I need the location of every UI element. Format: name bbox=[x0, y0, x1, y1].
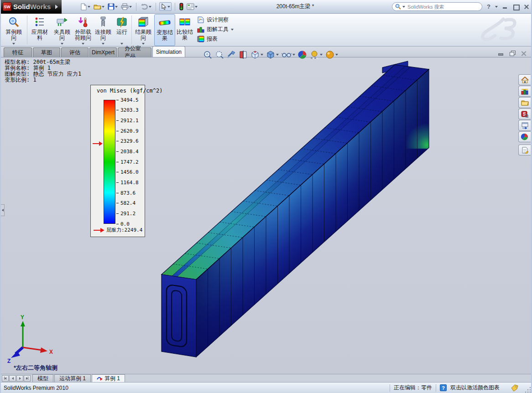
view-palette-button[interactable] bbox=[518, 120, 531, 131]
window-minimize-button[interactable] bbox=[502, 4, 508, 9]
print-button[interactable] bbox=[120, 2, 133, 11]
graphics-viewport[interactable]: 模型名称: 200t-65m主梁 算例名称: 算例 1 图解类型: 静态 节应力… bbox=[1, 57, 532, 374]
view-palette-icon bbox=[521, 122, 529, 129]
appearances-button[interactable] bbox=[518, 131, 531, 142]
menu-expand-arrow-icon[interactable] bbox=[55, 5, 58, 9]
edit-appearance-button[interactable] bbox=[298, 50, 307, 59]
tab-motion-study-1[interactable]: 运动算例 1 bbox=[54, 374, 91, 382]
legend-tick: 2038.4 bbox=[116, 149, 139, 154]
undo-button[interactable] bbox=[140, 2, 152, 11]
apply-scene-icon bbox=[310, 50, 319, 59]
svg-text:S: S bbox=[523, 112, 526, 117]
compare-results-button[interactable]: 比较结果 bbox=[175, 14, 194, 46]
document-window-controls bbox=[498, 51, 527, 56]
tab-scroll-first-button[interactable] bbox=[2, 375, 9, 382]
view-settings-icon bbox=[325, 50, 334, 59]
study-tab-icon bbox=[97, 376, 103, 381]
tab-simulation[interactable]: Simulation bbox=[152, 46, 185, 57]
select-cursor-icon bbox=[161, 3, 167, 10]
save-button[interactable] bbox=[107, 2, 119, 11]
run-button[interactable]: 运行 bbox=[113, 14, 131, 46]
view-orientation-icon bbox=[250, 50, 260, 59]
doc-minimize-button[interactable] bbox=[498, 51, 504, 56]
plot-tools-button[interactable]: 图解工具 bbox=[197, 26, 234, 33]
doc-restore-button[interactable] bbox=[509, 51, 515, 56]
toolbox-button[interactable]: S bbox=[518, 109, 531, 119]
view-orientation-button[interactable] bbox=[250, 50, 263, 59]
tab-evaluate[interactable]: 评估 bbox=[61, 47, 89, 57]
tab-features[interactable]: 特征 bbox=[4, 47, 32, 57]
resize-grip[interactable] bbox=[525, 386, 532, 393]
search-box[interactable] bbox=[392, 2, 482, 11]
resources-home-button[interactable] bbox=[518, 74, 531, 85]
design-insight-button[interactable]: 设计洞察 bbox=[197, 16, 234, 24]
section-view-button[interactable] bbox=[239, 50, 248, 59]
tab-office-products[interactable]: 办公室产品 bbox=[118, 47, 151, 57]
run-icon bbox=[116, 16, 127, 29]
zoom-fit-button[interactable] bbox=[203, 50, 212, 59]
rebuild-stoplight-button[interactable] bbox=[178, 2, 184, 11]
results-advisor-button[interactable]: 结果顾问 bbox=[132, 14, 154, 46]
panel-collapse-button[interactable] bbox=[1, 204, 5, 216]
help-dropdown-icon[interactable] bbox=[495, 6, 498, 8]
deformed-result-button[interactable]: 变形结果 bbox=[154, 14, 175, 46]
legend-tick: 291.2 bbox=[116, 211, 136, 216]
design-insight-icon bbox=[197, 16, 204, 23]
tag-icon[interactable] bbox=[511, 384, 519, 392]
connections-advisor-button[interactable]: 连接顾问 bbox=[94, 14, 113, 46]
zoom-fit-icon bbox=[203, 50, 212, 59]
study-advisor-button[interactable]: 算例顾问 bbox=[1, 14, 26, 46]
beam-model[interactable] bbox=[1, 57, 532, 374]
search-input[interactable] bbox=[407, 4, 479, 10]
legend-tick: 2329.6 bbox=[116, 139, 139, 144]
tab-scroll-left-button[interactable] bbox=[9, 375, 16, 382]
file-explorer-button[interactable] bbox=[518, 97, 531, 108]
model-tabs-bar: 模型 运动算例 1 算例 1 bbox=[1, 374, 532, 382]
tab-sketch[interactable]: 草图 bbox=[33, 47, 60, 57]
study-advisor-icon bbox=[8, 16, 20, 29]
titlebar: SW SolidWorks bbox=[1, 0, 532, 14]
new-document-button[interactable] bbox=[79, 2, 91, 11]
apply-material-icon bbox=[34, 16, 45, 29]
design-checker-icon bbox=[187, 3, 194, 10]
command-manager-ribbon: 算例顾问 应用材料 夹具顾问 外部载荷顾问 连接顾问 bbox=[1, 14, 532, 47]
report-button[interactable]: 报表 bbox=[197, 35, 234, 43]
design-library-button[interactable] bbox=[518, 86, 531, 97]
display-style-button[interactable] bbox=[266, 50, 279, 59]
plot-tools-icon bbox=[197, 26, 204, 33]
design-checker-button[interactable] bbox=[186, 2, 198, 11]
tab-study-1[interactable]: 算例 1 bbox=[92, 374, 125, 382]
glasses-icon bbox=[282, 50, 292, 59]
tab-model[interactable]: 模型 bbox=[32, 374, 53, 382]
quick-tips-icon[interactable]: ? bbox=[440, 384, 447, 391]
fixtures-advisor-button[interactable]: 夹具顾问 bbox=[52, 14, 73, 46]
doc-close-button[interactable] bbox=[521, 51, 527, 56]
search-scope-dropdown-icon[interactable] bbox=[402, 6, 405, 8]
view-settings-button[interactable] bbox=[325, 50, 338, 59]
fixtures-advisor-icon bbox=[56, 16, 68, 29]
connections-advisor-icon bbox=[98, 16, 109, 29]
triad-x-label: X bbox=[49, 349, 53, 355]
custom-properties-button[interactable] bbox=[518, 145, 531, 155]
zoom-area-button[interactable] bbox=[215, 50, 224, 59]
tab-scroll-right-button[interactable] bbox=[16, 375, 23, 382]
open-button[interactable] bbox=[93, 2, 105, 11]
window-close-button[interactable] bbox=[523, 4, 529, 9]
apply-scene-button[interactable] bbox=[310, 50, 323, 59]
hide-show-items-button[interactable] bbox=[282, 50, 295, 59]
previous-view-button[interactable] bbox=[227, 50, 236, 59]
yield-arrow-icon bbox=[94, 228, 104, 233]
tab-dimxpert[interactable]: DimXpert bbox=[89, 47, 117, 57]
apply-material-button[interactable]: 应用材料 bbox=[28, 14, 52, 46]
legend-tick: 1747.2 bbox=[116, 159, 139, 165]
tab-scroll-last-button[interactable] bbox=[24, 375, 31, 382]
select-tool-button[interactable] bbox=[159, 2, 172, 11]
external-loads-advisor-button[interactable]: 外部载荷顾问 bbox=[73, 14, 94, 46]
sw-cube-icon: SW bbox=[3, 2, 11, 11]
yield-marker-arrow-icon bbox=[93, 141, 103, 146]
previous-view-icon bbox=[227, 50, 236, 59]
help-button[interactable]: ? bbox=[487, 3, 490, 10]
legend-colorbar[interactable] bbox=[104, 100, 115, 224]
window-maximize-button[interactable] bbox=[513, 4, 519, 9]
stress-legend[interactable]: von Mises (kgf/cm^2) 3494.53203.32912.12… bbox=[90, 85, 145, 237]
